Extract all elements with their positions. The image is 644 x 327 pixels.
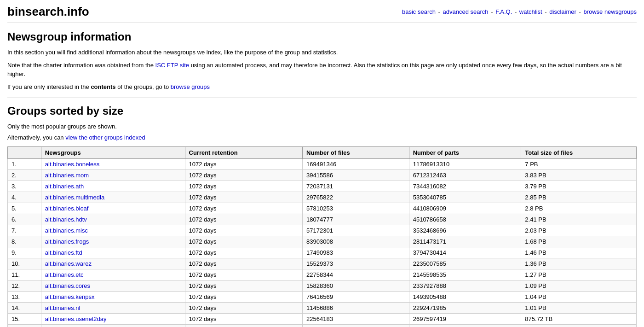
col-newsgroups: Newsgroups [41, 147, 185, 159]
newsgroup-link[interactable]: alt.binaries.nl [45, 304, 80, 311]
newsgroup-link[interactable]: alt.binaries.ftd [45, 249, 82, 256]
col-parts: Number of parts [409, 147, 521, 159]
groups-title: Groups sorted by size [7, 105, 637, 117]
newsgroup-link[interactable]: alt.binaries.misc [45, 227, 88, 234]
row-files: 72037131 [303, 181, 409, 192]
row-size: 7 PB [521, 159, 637, 170]
nav-advanced-search[interactable]: advanced search [443, 8, 489, 15]
row-files: 11456886 [303, 303, 409, 314]
row-num: 3. [8, 181, 41, 192]
table-row: 5.alt.binaries.bloaf1072 days57810253441… [8, 203, 637, 214]
isc-ftp-link[interactable]: ISC FTP site [155, 62, 189, 69]
groups-subtitle2-prefix: Alternatively, you can [7, 134, 65, 141]
col-num [8, 147, 41, 159]
row-newsgroup-name: alt.binaries.nl [41, 303, 185, 314]
row-num: 8. [8, 236, 41, 247]
row-retention: 1072 days [185, 269, 303, 280]
newsgroup-link[interactable]: alt.binaries.multimedia [45, 194, 104, 201]
row-retention: 1072 days [185, 159, 303, 170]
row-size: 3.83 PB [521, 170, 637, 181]
row-files: 57810253 [303, 203, 409, 214]
row-num: 16. [8, 325, 41, 327]
section-divider [7, 98, 637, 98]
row-size: 875.72 TB [521, 314, 637, 325]
table-row: 9.alt.binaries.ftd1072 days1749098337947… [8, 247, 637, 258]
nav-faq[interactable]: F.A.Q. [495, 8, 512, 15]
row-retention: 1072 days [185, 225, 303, 236]
row-size: 1.68 PB [521, 236, 637, 247]
row-newsgroup-name: alt.binaries.misc [41, 225, 185, 236]
row-files: 39415586 [303, 170, 409, 181]
row-size: 584.71 TB [521, 325, 637, 327]
view-other-groups-link[interactable]: view the other groups indexed [65, 134, 145, 141]
info-para2: Note that the charter information was ob… [7, 61, 637, 79]
row-num: 6. [8, 214, 41, 225]
table-row: 4.alt.binaries.multimedia1072 days297658… [8, 192, 637, 203]
newsgroup-link[interactable]: alt.binaries.hdtv [45, 216, 87, 223]
row-parts: 5353040785 [409, 192, 521, 203]
row-parts: 4410806909 [409, 203, 521, 214]
newsgroup-link[interactable]: alt.binaries.etc [45, 271, 84, 278]
table-row: 8.alt.binaries.frogs1072 days83903008281… [8, 236, 637, 247]
nav-disclaimer[interactable]: disclaimer [549, 8, 576, 15]
row-size: 1.36 PB [521, 258, 637, 269]
info-section: Newsgroup information In this section yo… [7, 30, 637, 91]
nav-sep-1: - [438, 8, 442, 15]
row-newsgroup-name: alt.binaries.kenpsx [41, 292, 185, 303]
row-retention: 1072 days [185, 314, 303, 325]
row-parts: 7344316082 [409, 181, 521, 192]
row-newsgroup-name: alt.binaries.cores [41, 280, 185, 292]
newsgroup-link[interactable]: alt.binaries.frogs [45, 238, 89, 245]
newsgroup-link[interactable]: alt.binaries.kenpsx [45, 293, 95, 300]
nav-browse-newsgroups[interactable]: browse newsgroups [583, 8, 637, 15]
nav-watchlist[interactable]: watchlist [519, 8, 542, 15]
row-num: 7. [8, 225, 41, 236]
row-parts: 2811473171 [409, 236, 521, 247]
row-size: 2.8 PB [521, 203, 637, 214]
table-row: 6.alt.binaries.hdtv1072 days180747774510… [8, 214, 637, 225]
row-num: 5. [8, 203, 41, 214]
nav-basic-search[interactable]: basic search [402, 8, 436, 15]
row-retention: 1072 days [185, 236, 303, 247]
col-retention: Current retention [185, 147, 303, 159]
row-parts: 2235007585 [409, 258, 521, 269]
info-section-title: Newsgroup information [7, 30, 637, 43]
row-newsgroup-name: alt.binaries.ftd [41, 247, 185, 258]
site-header: binsearch.info basic search - advanced s… [7, 5, 637, 23]
groups-table: Newsgroups Current retention Number of f… [7, 146, 637, 327]
newsgroup-link[interactable]: alt.binaries.boneless [45, 161, 100, 168]
col-files: Number of files [303, 147, 409, 159]
row-num: 11. [8, 269, 41, 280]
groups-section: Groups sorted by size Only the most popu… [7, 105, 637, 327]
row-files: 10196255 [303, 325, 409, 327]
row-retention: 1072 days [185, 292, 303, 303]
table-row: 2.alt.binaries.mom1072 days3941558667123… [8, 170, 637, 181]
row-size: 1.01 PB [521, 303, 637, 314]
newsgroup-link[interactable]: alt.binaries.mom [45, 172, 89, 179]
row-files: 15828360 [303, 280, 409, 292]
table-row: 1.alt.binaries.boneless1072 days16949134… [8, 159, 637, 170]
table-row: 7.alt.binaries.misc1072 days571723013532… [8, 225, 637, 236]
row-size: 3.79 PB [521, 181, 637, 192]
newsgroup-link[interactable]: alt.binaries.ath [45, 183, 84, 190]
newsgroup-link[interactable]: alt.binaries.usenet2day [45, 315, 107, 322]
table-header-row: Newsgroups Current retention Number of f… [8, 147, 637, 159]
newsgroup-link[interactable]: alt.binaries.warez [45, 260, 92, 267]
newsgroup-link[interactable]: alt.binaries.bloaf [45, 205, 89, 212]
row-size: 2.03 PB [521, 225, 637, 236]
row-parts: 2337927888 [409, 280, 521, 292]
info-para2-prefix: Note that the charter information was ob… [7, 62, 155, 69]
site-title: binsearch.info [7, 5, 89, 19]
table-row: 11.alt.binaries.etc1072 days227583442145… [8, 269, 637, 280]
newsgroup-link[interactable]: alt.binaries.cores [45, 282, 90, 289]
row-newsgroup-name: alt.binaries.mom [41, 170, 185, 181]
info-para1: In this section you will find additional… [7, 48, 637, 57]
col-size: Total size of files [521, 147, 637, 159]
table-row: 16.alt.binaries.erotica1072 days10196255… [8, 325, 637, 327]
row-size: 1.46 PB [521, 247, 637, 258]
row-num: 2. [8, 170, 41, 181]
browse-groups-link[interactable]: browse groups [171, 83, 210, 90]
row-newsgroup-name: alt.binaries.etc [41, 269, 185, 280]
row-newsgroup-name: alt.binaries.ath [41, 181, 185, 192]
row-files: 29765822 [303, 192, 409, 203]
